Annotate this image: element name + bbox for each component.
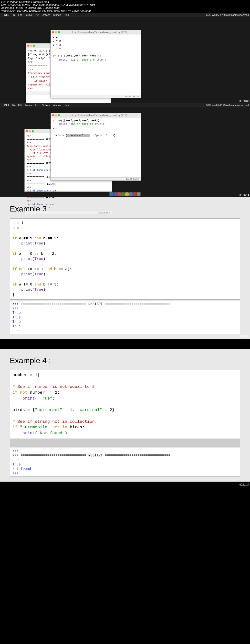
timestamp: 00:12:24	[240, 483, 249, 486]
separator: 00:09:20	[0, 339, 250, 349]
close-icon[interactable]	[26, 130, 28, 132]
file-info-header: File: 2. Python Condition Examples.mp4 S…	[0, 0, 250, 13]
mac-dock[interactable]	[109, 192, 141, 196]
menu-edit[interactable]: Edit	[18, 14, 22, 16]
dock-app-icon[interactable]	[133, 192, 136, 196]
menu-file[interactable]: File	[12, 104, 16, 107]
dock-app-icon[interactable]	[137, 192, 140, 196]
menubar-app[interactable]: IDLE	[4, 14, 9, 16]
menu-window[interactable]: Window	[53, 14, 62, 16]
editor-window[interactable]: 1.py - /Users/macbook/Desktop/basics_cod…	[50, 30, 141, 98]
menu-file[interactable]: File	[12, 14, 16, 16]
minimize-icon[interactable]	[55, 114, 57, 116]
dock-app-icon[interactable]	[118, 192, 121, 196]
menu-run[interactable]: Run	[35, 14, 39, 16]
minimize-icon[interactable]	[29, 130, 31, 132]
dock-app-icon[interactable]	[114, 192, 117, 196]
example-4-code: number = 1| # See if number is not equal…	[10, 370, 240, 438]
file-audio: Audio: aac, 44100 Hz, stereo, s16, 128 k…	[1, 6, 249, 9]
dock-app-icon[interactable]	[125, 192, 129, 196]
mac-menubar[interactable]: IDLE File Edit Format Run Options Window…	[0, 13, 250, 17]
file-size: Size: 125882631 bytes (120.05 MiB), dura…	[1, 4, 249, 6]
editor-statusbar: Ln: 43 Col: 9	[51, 177, 140, 180]
timestamp: 00:03:08	[240, 100, 249, 102]
dock-app-icon[interactable]	[129, 192, 132, 196]
timestamp: 00:06:14	[240, 194, 249, 196]
example-4-output: >>> >>> ================================…	[10, 448, 240, 477]
editor-window[interactable]: *1.py - /Users/macbook/Desktop/basics_co…	[50, 113, 141, 181]
menu-options[interactable]: Options	[42, 104, 50, 107]
menu-window[interactable]: Window	[53, 104, 62, 107]
minimize-icon[interactable]	[55, 31, 57, 33]
timestamp: 00:09:20	[240, 334, 249, 348]
example-3-output: >>> ================================ RES…	[10, 301, 240, 334]
menubar-right[interactable]: 56% Wed 6:43:39 AM mahmoudahmed	[206, 14, 249, 16]
close-icon[interactable]	[52, 114, 54, 116]
menu-help[interactable]: Help	[64, 14, 69, 16]
dock-app-icon[interactable]	[121, 192, 125, 196]
close-icon[interactable]	[52, 31, 54, 33]
example-3-slide: Example 3 : a = 1 b = 2 if a == 1 and b …	[0, 197, 250, 339]
file-video: Video: h264, yuv420p, 1280x720, 942 kb/s…	[1, 9, 249, 12]
menu-help[interactable]: Help	[64, 104, 69, 107]
shell-statusbar: Ln: 21 Col: 4	[25, 211, 112, 214]
editor-title: 1.py - /Users/macbook/Desktop/basics_cod…	[72, 31, 127, 34]
menu-options[interactable]: Options	[42, 14, 50, 16]
maximize-icon[interactable]	[58, 114, 60, 116]
mac-menubar[interactable]: IDLE File Edit Format Run Options Window…	[0, 103, 250, 108]
menu-run[interactable]: Run	[35, 104, 39, 107]
menu-edit[interactable]: Edit	[18, 104, 22, 107]
example-3-code: a = 1 b = 2 if a == 1 and b == 2: print(…	[10, 218, 240, 300]
menu-format[interactable]: Format	[25, 104, 32, 107]
editor-title: *1.py - /Users/macbook/Desktop/basics_co…	[71, 114, 128, 116]
screenshot-2: IDLE File Edit Format Run Options Window…	[0, 103, 250, 197]
editor-code[interactable]: if any([x==2,y==1,z==5,c==4]): print('on…	[51, 118, 140, 139]
dock-app-icon[interactable]	[110, 192, 113, 196]
slide-title: Example 4 :	[10, 356, 240, 365]
separator: 00:12:24	[0, 482, 250, 486]
menubar-app[interactable]: IDLE	[4, 104, 9, 107]
menu-format[interactable]: Format	[25, 14, 32, 16]
close-icon[interactable]	[27, 45, 29, 47]
maximize-icon[interactable]	[32, 130, 34, 132]
screenshot-1: IDLE File Edit Format Run Options Window…	[0, 13, 250, 103]
maximize-icon[interactable]	[58, 31, 60, 33]
maximize-icon[interactable]	[33, 45, 35, 47]
editor-statusbar: Ln: 33 Col: 28	[51, 95, 140, 98]
menubar-right[interactable]: 58% Wed 6:46:45 AM mahmoudahmed	[206, 104, 249, 107]
file-name: File: 2. Python Condition Examples.mp4	[1, 0, 249, 4]
example-4-slide: Example 4 : number = 1| # See if number …	[0, 349, 250, 482]
minimize-icon[interactable]	[30, 45, 32, 47]
editor-code[interactable]: x = 1 y = 2 z = 3 c = 4 if all([x==1,y==…	[51, 34, 140, 63]
